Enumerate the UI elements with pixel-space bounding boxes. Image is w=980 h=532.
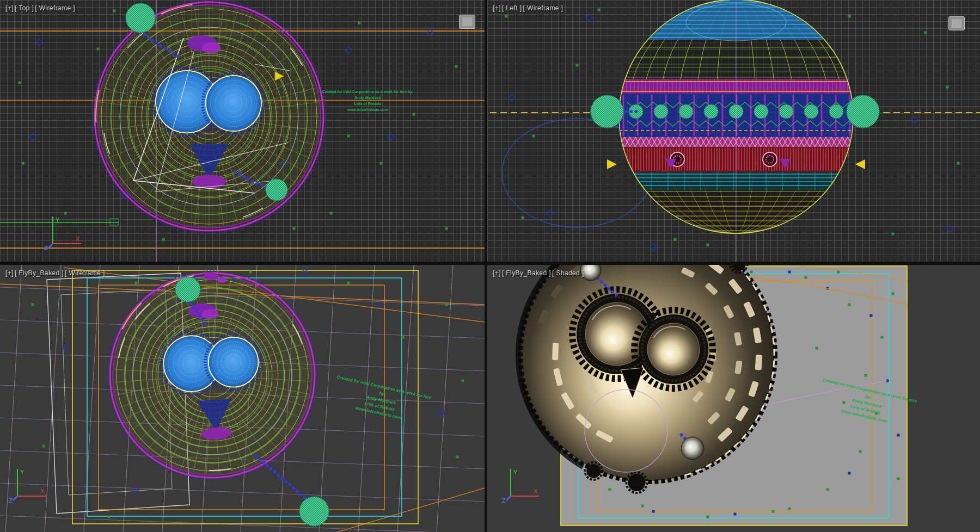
viewport-top[interactable]	[0, 0, 485, 262]
helper-box	[459, 15, 475, 29]
viewport-left[interactable]	[487, 0, 980, 262]
watermark-line: Andy Murdock	[320, 95, 415, 101]
viewport-menu-button[interactable]: [+]	[493, 269, 501, 277]
viewport-layout: YXZYXZYXZ [+] [ Top ] [ Wireframe ] [+] …	[0, 0, 980, 532]
viewport-shading-button[interactable]: [ Wireframe ]	[35, 4, 75, 12]
watermark-line: Created for Intel Corporation as a work …	[320, 89, 415, 95]
viewport-label-left: [+] [ Left ] [ Wireframe ]	[493, 4, 563, 12]
watermark-line: www.lotsofrobots.com	[320, 107, 415, 113]
viewport-shading-button[interactable]: [ Wireframe ]	[65, 269, 105, 277]
viewport-view-button[interactable]: [ Left ]	[502, 4, 522, 12]
watermark-line: Lots of Robots	[320, 101, 415, 107]
viewport-label-flyby-shaded: [+] [ FlyBy_Baked ] [ Shaded ]	[493, 269, 584, 277]
viewport-view-button[interactable]: [ FlyBy_Baked ]	[15, 269, 64, 277]
viewport-menu-button[interactable]: [+]	[5, 269, 14, 277]
viewport-label-flyby-wireframe: [+] [ FlyBy_Baked ] [ Wireframe ]	[5, 269, 105, 277]
viewport-view-button[interactable]: [ Top ]	[15, 4, 34, 12]
viewport-label-top: [+] [ Top ] [ Wireframe ]	[5, 4, 75, 12]
viewport-view-button[interactable]: [ FlyBy_Baked ]	[502, 269, 551, 277]
viewport-menu-button[interactable]: [+]	[5, 4, 14, 12]
viewport-shading-button[interactable]: [ Wireframe ]	[523, 4, 563, 12]
helper-box	[948, 16, 965, 30]
viewport-shading-button[interactable]: [ Shaded ]	[552, 269, 584, 277]
viewport-menu-button[interactable]: [+]	[493, 4, 501, 12]
watermark-credit-top: Created for Intel Corporation as a work …	[320, 89, 415, 113]
